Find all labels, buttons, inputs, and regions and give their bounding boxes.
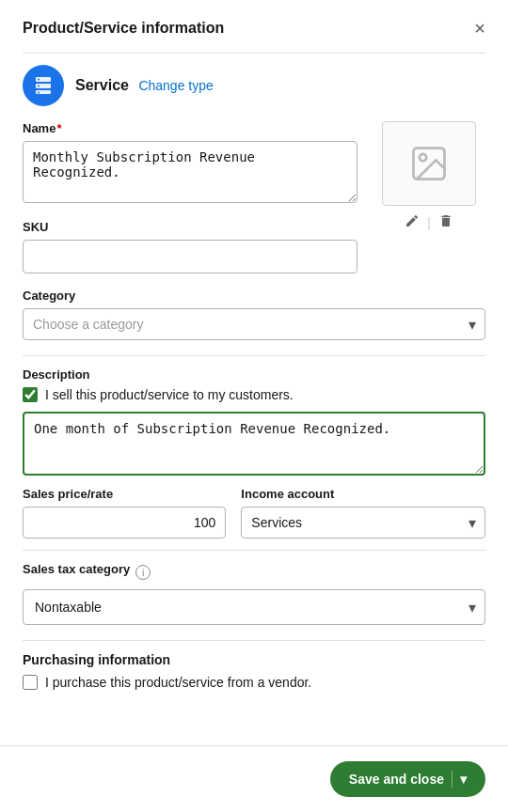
- svg-point-5: [38, 92, 40, 94]
- category-section: Category Choose a category ▾: [23, 289, 485, 340]
- tax-info-icon[interactable]: i: [135, 565, 151, 580]
- sell-checkbox-label: I sell this product/service to my custom…: [45, 387, 294, 402]
- tax-select-wrapper: Nontaxable ▾: [23, 589, 485, 625]
- save-close-label: Save and close: [349, 772, 452, 787]
- modal-header: Product/Service information ×: [23, 19, 485, 38]
- purchase-checkbox[interactable]: [23, 675, 38, 690]
- tax-select[interactable]: Nontaxable: [23, 589, 485, 625]
- edit-image-button[interactable]: [405, 213, 420, 232]
- income-col: Income account Services ▾: [241, 487, 485, 539]
- sku-input[interactable]: [23, 240, 357, 273]
- modal-footer: Save and close ▾: [0, 745, 508, 812]
- section-divider-2: [23, 550, 485, 551]
- save-close-dropdown-icon[interactable]: ▾: [460, 772, 467, 787]
- section-divider-1: [23, 355, 485, 356]
- header-divider: [23, 53, 485, 54]
- income-account-label: Income account: [241, 487, 485, 501]
- image-placeholder: [382, 121, 476, 206]
- delete-image-button[interactable]: [438, 213, 453, 232]
- tax-section: Sales tax category i Nontaxable ▾: [23, 562, 485, 625]
- save-close-divider: [452, 771, 452, 788]
- name-col: Name SKU: [23, 121, 357, 273]
- description-input[interactable]: [23, 412, 485, 476]
- sell-checkbox[interactable]: [23, 387, 38, 402]
- income-account-select[interactable]: Services: [241, 507, 485, 539]
- service-label-group: Service Change type: [75, 77, 214, 94]
- purchasing-title: Purchasing information: [23, 652, 485, 667]
- purchasing-section: Purchasing information I purchase this p…: [23, 652, 485, 690]
- purchase-checkbox-label: I purchase this product/service from a v…: [45, 675, 311, 690]
- sales-price-label: Sales price/rate: [23, 487, 226, 501]
- price-col: Sales price/rate: [23, 487, 226, 539]
- save-close-button[interactable]: Save and close ▾: [330, 761, 485, 797]
- sales-price-input[interactable]: [23, 507, 226, 539]
- svg-point-7: [420, 154, 426, 161]
- sku-label: SKU: [23, 220, 357, 234]
- modal-title: Product/Service information: [23, 20, 224, 37]
- image-col: |: [373, 121, 485, 273]
- tax-label-row: Sales tax category i: [23, 562, 485, 582]
- service-icon: [23, 65, 64, 106]
- svg-point-3: [38, 79, 40, 81]
- income-select-wrapper: Services ▾: [241, 507, 485, 539]
- sell-checkbox-row: I sell this product/service to my custom…: [23, 387, 485, 402]
- description-section: Description I sell this product/service …: [23, 367, 485, 479]
- name-label: Name: [23, 121, 357, 135]
- change-type-link[interactable]: Change type: [138, 78, 213, 93]
- name-input[interactable]: [23, 141, 357, 203]
- category-select-wrapper: Choose a category ▾: [23, 308, 485, 340]
- service-type-label: Service: [75, 77, 129, 93]
- image-actions: |: [405, 213, 453, 232]
- svg-point-4: [38, 86, 40, 87]
- description-label: Description: [23, 367, 485, 382]
- name-image-section: Name SKU |: [23, 121, 485, 273]
- price-income-row: Sales price/rate Income account Services…: [23, 487, 485, 539]
- service-type-row: Service Change type: [23, 65, 485, 106]
- category-label: Category: [23, 289, 485, 303]
- close-button[interactable]: ×: [474, 19, 485, 38]
- category-select[interactable]: Choose a category: [23, 308, 485, 340]
- section-divider-3: [23, 640, 485, 641]
- product-service-modal: Product/Service information × Service Ch…: [0, 0, 508, 812]
- tax-label: Sales tax category: [23, 562, 130, 576]
- image-actions-divider: |: [427, 215, 431, 230]
- purchase-checkbox-row: I purchase this product/service from a v…: [23, 675, 485, 690]
